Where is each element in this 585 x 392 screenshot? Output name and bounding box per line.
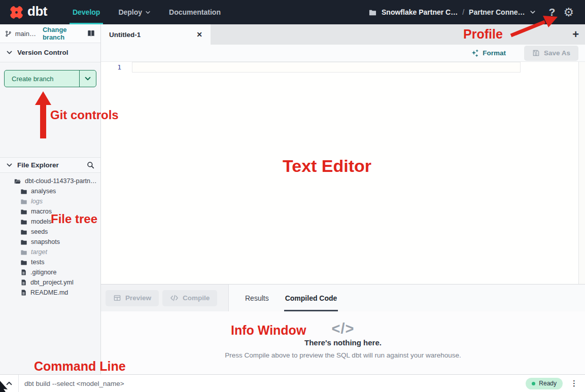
create-branch-dropdown[interactable] xyxy=(80,70,96,87)
nav-develop[interactable]: Develop xyxy=(63,0,109,24)
editor-scrollbar[interactable] xyxy=(578,62,585,284)
command-input[interactable] xyxy=(19,375,526,392)
save-as-button[interactable]: Save As xyxy=(524,46,578,61)
editor-toolbar: Format Save As xyxy=(101,45,585,62)
line-number: 1 xyxy=(101,62,121,73)
version-control-body: Create branch xyxy=(0,62,100,95)
folder-icon xyxy=(20,219,27,225)
chevron-down-icon xyxy=(145,10,151,15)
preview-button[interactable]: Preview xyxy=(106,290,159,306)
folder-open-icon xyxy=(14,178,21,185)
create-branch-label[interactable]: Create branch xyxy=(5,70,80,87)
results-panel-header: Preview Compile Results Compiled Code xyxy=(101,284,585,311)
sparkles-icon xyxy=(471,49,479,57)
annotation-info-window: Info Window xyxy=(231,323,306,338)
search-icon[interactable] xyxy=(87,161,94,169)
file-icon xyxy=(20,279,27,286)
folder-icon xyxy=(20,208,27,215)
command-line-bar: Ready ⋮ xyxy=(0,374,585,392)
docs-book-icon[interactable] xyxy=(87,29,95,38)
chevron-down-icon xyxy=(6,49,13,56)
create-branch-button[interactable]: Create branch xyxy=(4,70,96,87)
sidebar: main… Change branch Version Control Crea… xyxy=(0,24,101,374)
tree-item-readme[interactable]: README.md xyxy=(0,288,100,298)
empty-state-title: There's nothing here. xyxy=(304,338,382,347)
file-explorer-title: File Explorer xyxy=(17,161,59,169)
current-branch: main… xyxy=(15,30,36,38)
folder-icon xyxy=(368,9,377,16)
folder-icon xyxy=(20,259,27,266)
dbt-cloud-ide: dbt Develop Deploy Documentation Snowfla… xyxy=(0,0,585,392)
help-icon[interactable]: ? xyxy=(549,6,556,18)
tree-item-dbt-project-yml[interactable]: dbt_project.yml xyxy=(0,277,100,288)
save-icon xyxy=(532,49,540,57)
breadcrumb-separator: / xyxy=(462,8,464,16)
tree-item-target[interactable]: target xyxy=(0,247,100,257)
kebab-menu-icon[interactable]: ⋮ xyxy=(570,382,578,385)
tree-item-logs[interactable]: logs xyxy=(0,196,100,206)
tree-item-project-root[interactable]: dbt-cloud-114373-partn… xyxy=(0,176,100,186)
expand-command-bar-button[interactable] xyxy=(0,375,19,392)
annotation-file-tree: File tree xyxy=(51,212,97,226)
folder-icon xyxy=(20,229,27,235)
nav-deploy[interactable]: Deploy xyxy=(109,0,160,24)
file-icon xyxy=(20,269,27,276)
tree-item-tests[interactable]: tests xyxy=(0,257,100,267)
editor-current-line[interactable] xyxy=(132,62,521,73)
empty-state-subtitle: Press Compile above to preview the SQL d… xyxy=(225,351,461,359)
folder-icon xyxy=(20,249,27,256)
annotation-text-editor: Text Editor xyxy=(283,156,371,176)
main-nav: Develop Deploy Documentation xyxy=(63,0,230,24)
chevron-up-icon xyxy=(6,380,13,387)
table-icon xyxy=(113,294,121,302)
tab-untitled-1[interactable]: Untitled-1 ✕ xyxy=(101,24,211,45)
tab-results[interactable]: Results xyxy=(244,284,270,311)
account-name: Snowflake Partner C… xyxy=(382,8,458,16)
annotation-command-line: Command Line xyxy=(34,359,126,374)
chevron-down-icon xyxy=(6,162,13,168)
annotation-profile: Profile xyxy=(463,27,503,42)
dbt-logo-text: dbt xyxy=(27,5,47,20)
nav-documentation[interactable]: Documentation xyxy=(160,0,230,24)
folder-icon xyxy=(20,239,27,245)
folder-icon xyxy=(20,198,27,205)
tree-item-seeds[interactable]: seeds xyxy=(0,227,100,237)
tree-item-gitignore[interactable]: .gitignore xyxy=(0,267,100,277)
status-dot-icon xyxy=(532,382,535,385)
dbt-logo[interactable]: dbt xyxy=(9,5,47,20)
code-icon xyxy=(170,294,179,302)
tree-item-analyses[interactable]: analyses xyxy=(0,186,100,196)
branch-bar: main… Change branch xyxy=(0,24,100,43)
annotation-git-controls: Git controls xyxy=(50,108,119,122)
chevron-down-icon xyxy=(84,75,91,82)
dbt-logo-icon xyxy=(9,5,24,20)
project-name: Partner Conne… xyxy=(469,8,525,16)
close-tab-icon[interactable]: ✕ xyxy=(196,30,202,39)
file-tree: dbt-cloud-114373-partn… analyses logs ma… xyxy=(0,173,100,298)
file-icon xyxy=(20,289,27,296)
project-breadcrumb[interactable]: Snowflake Partner C… / Partner Conne… xyxy=(368,8,536,16)
version-control-header[interactable]: Version Control xyxy=(0,43,100,62)
file-explorer-header[interactable]: File Explorer xyxy=(0,157,100,173)
panel-actions: Preview Compile xyxy=(101,284,229,311)
format-button[interactable]: Format xyxy=(471,49,506,57)
panel-tabs: Results Compiled Code xyxy=(244,284,338,311)
status-badge: Ready xyxy=(526,378,563,389)
chevron-down-icon xyxy=(530,9,536,15)
code-icon: </> xyxy=(332,320,355,337)
gear-icon[interactable]: ⚙ xyxy=(563,7,574,18)
tab-compiled-code[interactable]: Compiled Code xyxy=(284,284,338,311)
change-branch-link[interactable]: Change branch xyxy=(43,26,83,41)
new-tab-button[interactable]: + xyxy=(572,28,579,41)
version-control-title: Version Control xyxy=(17,49,68,56)
tab-title: Untitled-1 xyxy=(109,31,141,39)
compile-button[interactable]: Compile xyxy=(162,290,217,306)
header-right: Snowflake Partner C… / Partner Conne… ? … xyxy=(368,6,585,18)
tree-item-snapshots[interactable]: snapshots xyxy=(0,237,100,247)
git-branch-icon xyxy=(5,30,12,38)
editor-tabbar: Untitled-1 ✕ + xyxy=(101,24,585,45)
status-text: Ready xyxy=(539,380,557,387)
top-header: dbt Develop Deploy Documentation Snowfla… xyxy=(0,0,585,24)
info-window: </> There's nothing here. Press Compile … xyxy=(101,311,585,374)
folder-icon xyxy=(20,188,27,195)
